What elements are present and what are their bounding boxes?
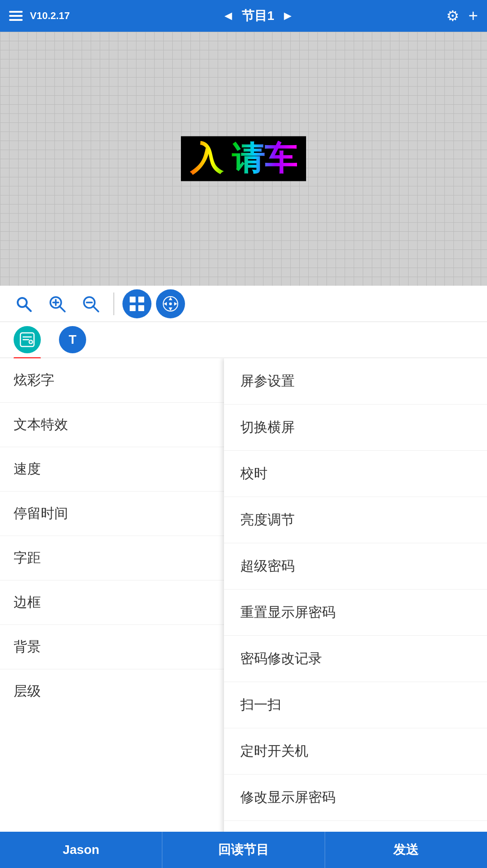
menu-item-calibrate-time[interactable]: 校时 bbox=[224, 451, 487, 497]
prev-arrow-icon[interactable]: ◄ bbox=[222, 9, 235, 23]
svg-rect-12 bbox=[138, 305, 144, 311]
add-icon[interactable]: + bbox=[468, 6, 478, 25]
canvas-text: 入 请车 bbox=[190, 141, 297, 176]
zoom-out-button[interactable] bbox=[76, 289, 105, 318]
text-tab-label: T bbox=[68, 332, 76, 347]
svg-line-1 bbox=[25, 306, 31, 311]
tab-settings[interactable] bbox=[14, 326, 41, 353]
menu-item-switch-landscape[interactable]: 切换横屏 bbox=[224, 405, 487, 451]
zoom-in-button[interactable] bbox=[43, 289, 72, 318]
header-nav: ◄ 节目1 ► bbox=[222, 7, 294, 24]
svg-rect-11 bbox=[130, 305, 136, 311]
bottom-bar: Jason 回读节目 发送 bbox=[0, 832, 487, 868]
canvas-area[interactable]: 入 请车 bbox=[0, 32, 487, 286]
program-title: 节目1 bbox=[242, 7, 274, 24]
send-button[interactable]: 发送 bbox=[325, 832, 487, 868]
reload-program-button[interactable]: 回读节目 bbox=[162, 832, 325, 868]
header-left: V10.2.17 bbox=[9, 10, 70, 22]
grid-view-button[interactable] bbox=[122, 289, 151, 318]
app-container: V10.2.17 ◄ 节目1 ► ⚙ + 入 请车 bbox=[0, 0, 487, 868]
jason-button[interactable]: Jason bbox=[0, 832, 162, 868]
settings-icon[interactable]: ⚙ bbox=[446, 7, 459, 24]
content-area: 炫彩字 文本特效 速度 停留时间 字距 边框 背景 层级 屏参设置 切换横屏 校… bbox=[0, 358, 487, 868]
canvas-content: 入 请车 bbox=[181, 136, 306, 181]
version-label: V10.2.17 bbox=[30, 10, 70, 22]
header: V10.2.17 ◄ 节目1 ► ⚙ + bbox=[0, 0, 487, 32]
toolbar bbox=[0, 286, 487, 322]
svg-point-18 bbox=[169, 302, 172, 305]
menu-icon[interactable] bbox=[9, 11, 23, 21]
toolbar-divider bbox=[113, 293, 114, 315]
tab-bar: T bbox=[0, 322, 487, 358]
menu-item-super-password[interactable]: 超级密码 bbox=[224, 543, 487, 590]
menu-item-brightness[interactable]: 亮度调节 bbox=[224, 497, 487, 543]
svg-rect-10 bbox=[138, 297, 144, 302]
move-button[interactable] bbox=[156, 289, 185, 318]
menu-item-reset-screen-password[interactable]: 重置显示屏密码 bbox=[224, 590, 487, 636]
svg-marker-16 bbox=[164, 302, 167, 306]
svg-marker-14 bbox=[169, 297, 172, 300]
search-tool-button[interactable] bbox=[9, 289, 38, 318]
menu-item-change-screen-password[interactable]: 修改显示屏密码 bbox=[224, 775, 487, 821]
header-right: ⚙ + bbox=[446, 6, 478, 25]
svg-line-5 bbox=[59, 306, 65, 312]
svg-marker-17 bbox=[174, 302, 177, 306]
menu-item-password-history[interactable]: 密码修改记录 bbox=[224, 636, 487, 682]
menu-item-timer-switch[interactable]: 定时开关机 bbox=[224, 728, 487, 775]
svg-line-8 bbox=[93, 306, 98, 312]
menu-item-screen-settings[interactable]: 屏参设置 bbox=[224, 358, 487, 405]
dropdown-menu: 屏参设置 切换横屏 校时 亮度调节 超级密码 重置显示屏密码 密码修改记录 扫一… bbox=[224, 358, 487, 868]
svg-rect-9 bbox=[130, 297, 136, 302]
menu-item-scan[interactable]: 扫一扫 bbox=[224, 682, 487, 728]
next-arrow-icon[interactable]: ► bbox=[282, 9, 294, 23]
tab-text[interactable]: T bbox=[59, 326, 86, 353]
svg-marker-15 bbox=[169, 307, 172, 311]
